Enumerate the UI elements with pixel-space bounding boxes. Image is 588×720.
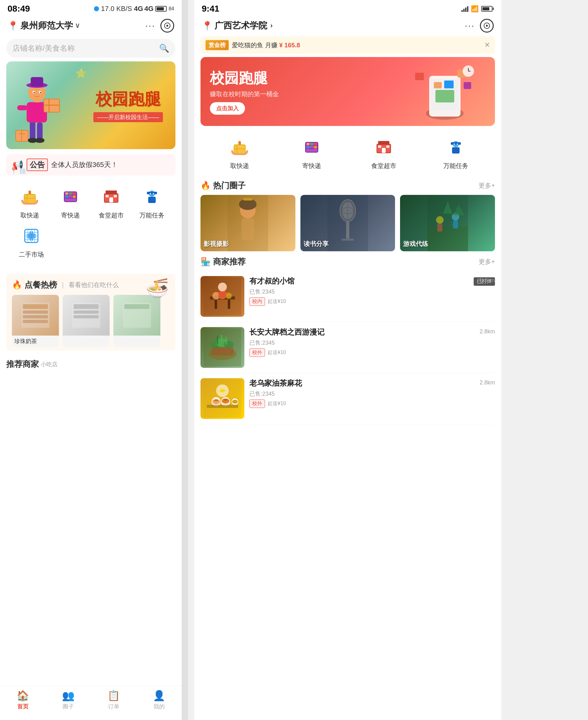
svg-rect-57: [34, 236, 36, 238]
signal-bars-icon: [461, 6, 468, 12]
svg-rect-97: [307, 146, 309, 148]
search-bar[interactable]: 店铺名称/美食名称 🔍: [6, 39, 175, 58]
svg-point-124: [436, 216, 444, 224]
svg-rect-83: [464, 82, 471, 89]
svg-rect-96: [314, 143, 317, 145]
more-icon[interactable]: ···: [145, 21, 155, 31]
svg-rect-4: [21, 130, 22, 141]
svg-rect-127: [453, 221, 458, 228]
merchant-distance-1: 2.8km: [480, 277, 495, 284]
scan-icon[interactable]: [161, 19, 174, 33]
service-label-canteen: 食堂超市: [99, 211, 124, 220]
scan-icon-right[interactable]: [480, 19, 494, 33]
banner-title: 校园跑腿: [93, 88, 163, 110]
merchant-info-2: 长安大牌档之西游漫记 已售:2345 2.8km 校外 起送¥10: [249, 327, 495, 368]
promo-illustration: [404, 60, 486, 123]
service-item-task[interactable]: 万能任务: [136, 185, 168, 220]
hot-item-2[interactable]: [63, 295, 110, 347]
svg-rect-123: [427, 226, 468, 251]
svg-point-136: [226, 293, 232, 299]
promo-title: 校园跑腿: [210, 69, 404, 88]
hot-circles-more[interactable]: 更多+: [479, 181, 495, 190]
status-bar-right: 9:41 📶: [194, 0, 501, 16]
gold-badge: 赏金榜: [206, 40, 229, 50]
svg-rect-79: [444, 81, 454, 88]
service-item-send[interactable]: 寄快递: [55, 185, 86, 220]
svg-rect-68: [74, 304, 99, 309]
location-left[interactable]: 📍 泉州师范大学 ∨: [7, 20, 80, 32]
circle-card-book[interactable]: 读书分享: [300, 195, 395, 251]
merchant-sold-3: 已售:2345: [249, 390, 495, 397]
circle-card-game[interactable]: 游戏代练: [400, 195, 495, 251]
svg-rect-66: [23, 320, 48, 323]
svg-rect-38: [109, 198, 113, 202]
gold-banner-bar: 赏金榜 爱吃猫的鱼 月赚 ¥ 165.8 ✕: [201, 36, 495, 54]
time-right: 9:41: [202, 4, 219, 14]
pickup-icon-right: [228, 136, 251, 159]
service-label-task: 万能任务: [140, 211, 165, 220]
svg-rect-147: [226, 336, 227, 345]
merchant-img-3: [201, 378, 244, 419]
location-right[interactable]: 📍 广西艺术学院 ›: [202, 20, 273, 32]
task-icon: [141, 185, 163, 208]
notice-label: 公告: [27, 159, 48, 171]
service-item-canteen[interactable]: 食堂超市: [96, 185, 127, 220]
hot-item-1[interactable]: 珍珠奶茶: [12, 295, 59, 347]
nav-home[interactable]: 🏠 首页: [17, 690, 29, 710]
nav-circle[interactable]: 👥 圈子: [62, 690, 75, 710]
search-placeholder: 店铺名称/美食名称: [13, 43, 156, 53]
hot-item-3[interactable]: [113, 295, 161, 347]
svg-rect-70: [74, 315, 99, 318]
notice-text: 全体人员放假365天！: [51, 160, 169, 169]
service-item-canteen-right[interactable]: 食堂超市: [368, 136, 399, 170]
hot-item-label-2: [63, 335, 110, 339]
status-bar-left: 08:49 17.0 KB/S 4G 4G 84: [0, 0, 182, 16]
merchant-sold-1: 已售:2345: [249, 288, 495, 295]
service-item-pickup-right[interactable]: 取快递: [224, 136, 255, 170]
service-item-task-right[interactable]: 万能任务: [440, 136, 471, 170]
header-icons-left: ···: [145, 19, 174, 33]
svg-point-44: [150, 193, 151, 194]
svg-rect-60: [30, 239, 31, 241]
hot-item-label-3: [113, 335, 161, 339]
merchant-card-3: 老乌家油茶麻花 已售:2345 2.8km 校外 起送¥10: [201, 373, 495, 424]
more-icon-right[interactable]: ···: [465, 21, 475, 31]
svg-rect-63: [23, 304, 48, 309]
nav-order[interactable]: 📋 订单: [107, 690, 120, 710]
svg-rect-39: [106, 195, 109, 198]
circle-card-film[interactable]: 影视摄影: [201, 195, 295, 251]
service-item-send-right[interactable]: 寄快递: [296, 136, 327, 170]
merchants-header: 🏪 商家推荐 更多+: [201, 256, 495, 267]
promo-join-button[interactable]: 点击加入: [210, 102, 245, 115]
svg-rect-138: [219, 291, 226, 297]
svg-rect-32: [73, 192, 76, 195]
service-item-secondhand[interactable]: 二手市场: [16, 225, 47, 259]
service-label-pickup: 取快递: [20, 211, 39, 220]
svg-rect-5: [30, 121, 36, 140]
svg-rect-31: [69, 192, 72, 195]
notice-bar: 📢 公告 全体人员放假365天！: [6, 154, 175, 176]
merchants-title: 商家推荐: [213, 256, 246, 267]
service-item-pickup[interactable]: 取快递: [14, 185, 45, 220]
service-label-secondhand: 二手市场: [19, 250, 44, 259]
merchant-name-1: 有才叔的小馆: [249, 276, 495, 286]
fire-icon: 🔥: [12, 280, 22, 290]
svg-point-74: [486, 25, 488, 27]
svg-rect-133: [228, 300, 230, 309]
header-right: 📍 广西艺术学院 › ···: [194, 16, 501, 36]
hot-circles-title-wrap: 🔥 热门圈子: [201, 180, 246, 191]
svg-rect-146: [217, 335, 218, 344]
svg-rect-58: [30, 231, 31, 233]
svg-rect-155: [207, 405, 238, 408]
canteen-icon: [100, 185, 123, 208]
battery-icon-right: [481, 6, 494, 12]
nav-circle-label: 圈子: [63, 703, 74, 710]
nav-mine[interactable]: 👤 我的: [153, 690, 165, 710]
battery-icon-left: [155, 6, 167, 12]
merchant-icon: 🏪: [201, 257, 211, 267]
gold-close-icon[interactable]: ✕: [484, 41, 490, 49]
hot-circles-icon: 🔥: [201, 181, 211, 190]
merchants-more[interactable]: 更多+: [479, 258, 495, 266]
svg-rect-106: [452, 147, 460, 153]
svg-rect-125: [437, 224, 442, 231]
